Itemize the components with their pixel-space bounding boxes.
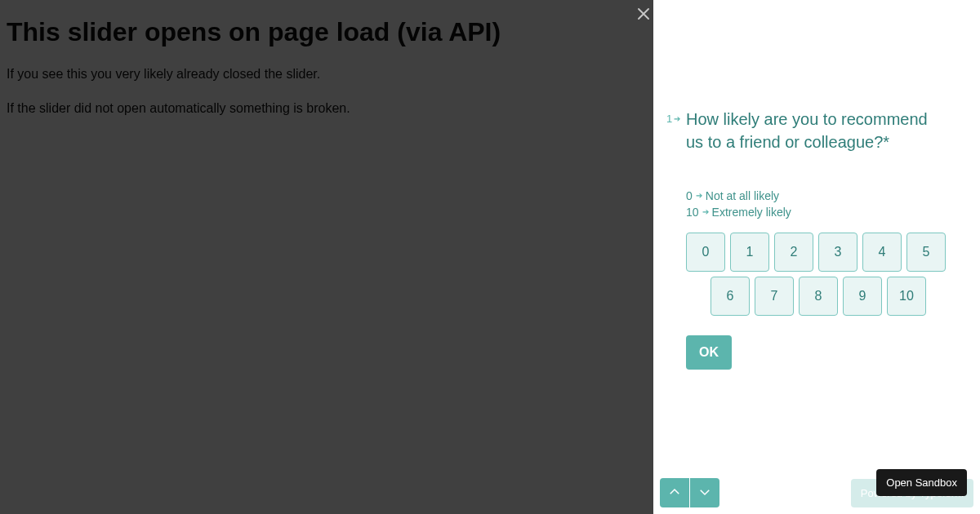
nps-option-0[interactable]: 0 xyxy=(686,233,725,272)
close-icon xyxy=(636,7,651,24)
close-button[interactable] xyxy=(634,5,653,24)
ok-button[interactable]: OK xyxy=(686,335,732,370)
survey-slider: 1 ➔ How likely are you to recommend us t… xyxy=(653,0,980,514)
scale-legend: 0 ➔ Not at all likely 10 ➔ Extremely lik… xyxy=(686,188,947,221)
open-sandbox-button[interactable]: Open Sandbox xyxy=(876,469,967,496)
nps-option-8[interactable]: 8 xyxy=(799,277,838,316)
question-row: 1 ➔ How likely are you to recommend us t… xyxy=(666,108,947,153)
nps-scale: 0 1 2 3 4 5 6 7 8 9 10 xyxy=(686,233,951,316)
survey-body: 1 ➔ How likely are you to recommend us t… xyxy=(653,0,980,514)
chevron-up-icon xyxy=(667,485,682,502)
nps-option-3[interactable]: 3 xyxy=(818,233,858,272)
nps-option-1[interactable]: 1 xyxy=(730,233,769,272)
nps-option-6[interactable]: 6 xyxy=(710,277,750,316)
nps-option-10[interactable]: 10 xyxy=(887,277,926,316)
legend-high-label: Extremely likely xyxy=(712,204,791,220)
question-number: 1 ➔ xyxy=(666,108,686,125)
question-text: How likely are you to recommend us to a … xyxy=(686,108,947,153)
next-question-button[interactable] xyxy=(690,478,719,507)
legend-low-label: Not at all likely xyxy=(706,188,779,204)
nps-option-2[interactable]: 2 xyxy=(774,233,813,272)
legend-low-key: 0 xyxy=(686,188,693,204)
nps-option-5[interactable]: 5 xyxy=(906,233,946,272)
arrow-right-icon: ➔ xyxy=(674,114,680,123)
legend-high: 10 ➔ Extremely likely xyxy=(686,204,947,220)
survey-nav xyxy=(660,478,719,507)
nps-option-7[interactable]: 7 xyxy=(755,277,794,316)
question-number-value: 1 xyxy=(666,113,672,125)
legend-low: 0 ➔ Not at all likely xyxy=(686,188,947,204)
arrow-right-icon: ➔ xyxy=(702,206,709,219)
nps-option-9[interactable]: 9 xyxy=(843,277,882,316)
legend-high-key: 10 xyxy=(686,204,699,220)
arrow-right-icon: ➔ xyxy=(696,190,702,202)
chevron-down-icon xyxy=(697,485,712,502)
prev-question-button[interactable] xyxy=(660,478,689,507)
nps-option-4[interactable]: 4 xyxy=(862,233,902,272)
